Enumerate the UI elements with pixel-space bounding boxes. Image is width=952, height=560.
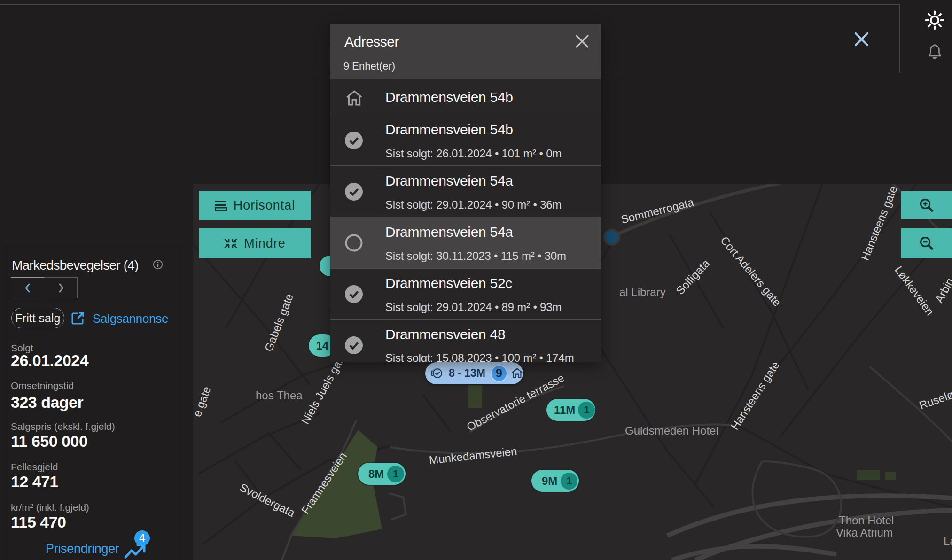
svg-text:Guldsmeden Hotel: Guldsmeden Hotel [625, 424, 718, 437]
svg-text:hos Thea: hos Thea [256, 389, 303, 402]
svg-text:al Library: al Library [619, 286, 666, 298]
svg-text:La: La [944, 535, 952, 547]
svg-text:Vika Atrium: Vika Atrium [836, 526, 893, 539]
svg-text:Thon Hotel: Thon Hotel [839, 514, 894, 527]
